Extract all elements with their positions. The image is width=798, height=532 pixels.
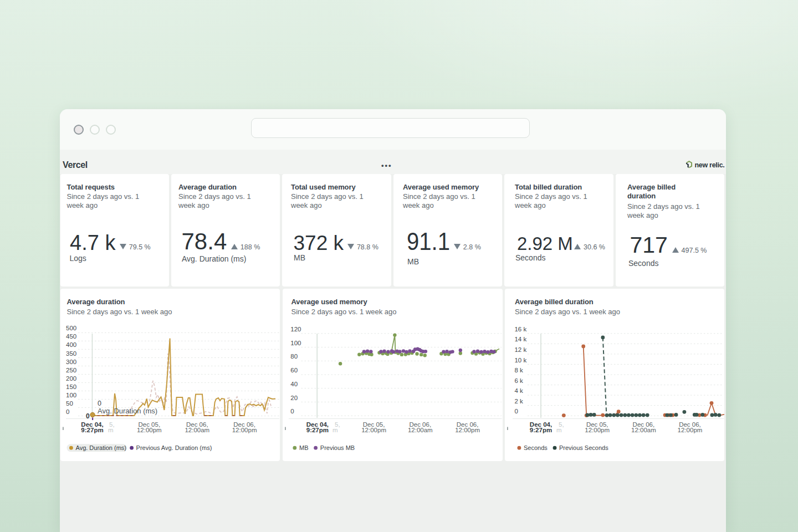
svg-text:12:00pm: 12:00pm — [232, 427, 257, 433]
svg-text:12:00pm: 12:00pm — [585, 427, 610, 433]
svg-text:0: 0 — [86, 412, 90, 420]
svg-text:m: m — [332, 427, 338, 433]
svg-text:Previous Avg. Duration (ms): Previous Avg. Duration (ms) — [136, 444, 212, 451]
svg-text:400: 400 — [66, 341, 76, 348]
svg-text:6 k: 6 k — [514, 377, 523, 384]
svg-text:12:00pm: 12:00pm — [361, 427, 386, 433]
svg-text:9:27pm: 9:27pm — [306, 427, 328, 433]
svg-text:12 k: 12 k — [514, 346, 526, 353]
svg-text:40: 40 — [290, 381, 298, 387]
svg-text:12:00pm: 12:00pm — [455, 427, 480, 433]
svg-text:Previous Seconds: Previous Seconds — [559, 444, 608, 451]
svg-text:60: 60 — [290, 367, 298, 374]
svg-text:2 k: 2 k — [514, 398, 523, 405]
svg-text:12:00pm: 12:00pm — [678, 427, 703, 433]
svg-text:12:00am: 12:00am — [631, 427, 656, 433]
svg-text:12:00pm: 12:00pm — [137, 427, 162, 433]
svg-text:12:00am: 12:00am — [185, 427, 209, 433]
svg-text:12:00am: 12:00am — [407, 427, 432, 433]
svg-text:0: 0 — [290, 408, 294, 415]
svg-text:100: 100 — [66, 392, 76, 398]
svg-text:m: m — [556, 427, 562, 433]
svg-text:50: 50 — [66, 400, 73, 407]
svg-text:8 k: 8 k — [514, 367, 523, 374]
svg-text:200: 200 — [66, 375, 76, 382]
svg-text:Avg. Duration (ms): Avg. Duration (ms) — [76, 444, 127, 451]
svg-text:100: 100 — [290, 340, 301, 346]
svg-text:0: 0 — [514, 408, 518, 415]
svg-text:450: 450 — [66, 333, 76, 340]
svg-text:Avg. Duration (ms): Avg. Duration (ms) — [98, 407, 157, 415]
svg-text:20: 20 — [290, 395, 298, 401]
svg-text:150: 150 — [66, 383, 76, 390]
svg-text:10 k: 10 k — [514, 357, 526, 364]
svg-text:9:27pm: 9:27pm — [81, 427, 103, 433]
svg-text:300: 300 — [66, 359, 76, 365]
svg-text:16 k: 16 k — [514, 326, 526, 332]
svg-text:500: 500 — [66, 325, 76, 331]
svg-text:Previous MB: Previous MB — [320, 444, 354, 451]
svg-text:Seconds: Seconds — [524, 444, 548, 451]
svg-text:4 k: 4 k — [514, 387, 523, 394]
svg-text:m: m — [108, 427, 114, 433]
svg-text:14 k: 14 k — [514, 336, 526, 342]
svg-text:0: 0 — [66, 408, 69, 415]
svg-text:MB: MB — [299, 444, 309, 451]
svg-text:120: 120 — [290, 326, 301, 332]
svg-text:350: 350 — [66, 350, 76, 357]
svg-text:80: 80 — [290, 353, 298, 360]
svg-text:9:27pm: 9:27pm — [530, 427, 552, 433]
svg-text:250: 250 — [66, 367, 76, 374]
